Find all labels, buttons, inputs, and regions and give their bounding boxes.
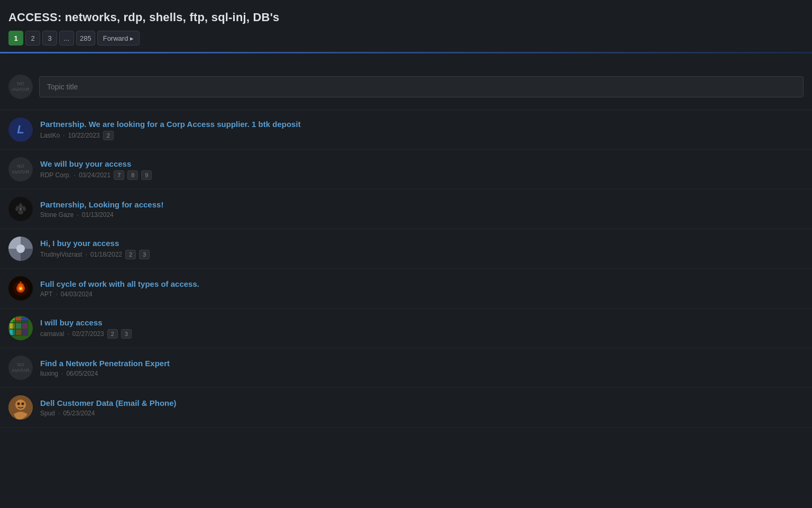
topic-content: I will buy access carnaval · 02/27/2023 … <box>40 318 132 339</box>
topic-separator: · <box>77 211 78 219</box>
svg-point-24 <box>17 403 20 405</box>
topic-title: Find a Network Penetration Expert <box>40 359 170 368</box>
topic-title: We will buy your access <box>40 159 152 168</box>
topic-page-badge[interactable]: 3 <box>121 329 132 339</box>
topic-author: carnaval <box>40 330 64 338</box>
topic-date: 03/24/2021 <box>79 171 110 179</box>
topic-author: Spud <box>40 410 55 417</box>
table-row[interactable]: I will buy access carnaval · 02/27/2023 … <box>0 309 812 348</box>
topic-list: L Partnership. We are looking for a Corp… <box>0 110 812 428</box>
table-row[interactable]: NOAVATAR We will buy your access RDP Cor… <box>0 150 812 189</box>
avatar: NOAVATAR <box>8 356 33 380</box>
topic-title-input[interactable] <box>39 76 804 97</box>
topic-content: Find a Network Penetration Expert liuxin… <box>40 359 170 377</box>
svg-rect-21 <box>13 320 29 336</box>
svg-point-23 <box>15 400 26 410</box>
topic-content: Dell Customer Data (Email & Phone) Spud … <box>40 398 177 417</box>
pagination: 1 2 3 ... 285 Forward ▸ <box>8 31 804 46</box>
page-btn-2[interactable]: 2 <box>25 31 40 46</box>
page-header: ACCESS: networks, rdp, shells, ftp, sql-… <box>0 0 812 52</box>
topic-content: Partnership. We are looking for a Corp A… <box>40 120 301 140</box>
topic-page-badge[interactable]: 2 <box>107 329 118 339</box>
topic-date: 10/22/2023 <box>68 132 100 139</box>
topic-page-badge[interactable]: 2 <box>103 131 114 140</box>
page-btn-285[interactable]: 285 <box>76 31 95 46</box>
topic-title: Partnership, Looking for access! <box>40 200 163 209</box>
topic-separator: · <box>67 330 69 338</box>
page-btn-forward[interactable]: Forward ▸ <box>97 31 140 46</box>
topic-separator: · <box>86 251 87 258</box>
topic-meta: APT · 04/03/2024 <box>40 291 199 298</box>
avatar <box>8 276 33 301</box>
topic-content: Partnership, Looking for access! Stone G… <box>40 200 163 219</box>
topic-content: We will buy your access RDP Corp. · 03/2… <box>40 159 152 180</box>
page-btn-3[interactable]: 3 <box>42 31 57 46</box>
svg-point-1 <box>20 208 22 211</box>
topic-meta: Spud · 05/23/2024 <box>40 410 177 417</box>
avatar <box>8 316 33 340</box>
page-btn-1[interactable]: 1 <box>8 31 23 46</box>
page-title: ACCESS: networks, rdp, shells, ftp, sql-… <box>8 11 804 24</box>
topic-date: 01/13/2024 <box>82 211 114 219</box>
table-row[interactable]: Partnership, Looking for access! Stone G… <box>0 189 812 229</box>
topic-date: 01/18/2022 <box>90 251 122 258</box>
table-row[interactable]: Dell Customer Data (Email & Phone) Spud … <box>0 388 812 428</box>
avatar: L <box>8 117 33 142</box>
topic-separator: · <box>61 370 63 377</box>
topic-date: 02/27/2023 <box>72 330 104 338</box>
svg-point-5 <box>16 244 25 253</box>
topic-content: Hi, I buy your access TrudnyiVozrast · 0… <box>40 239 150 259</box>
topic-title: Partnership. We are looking for a Corp A… <box>40 120 301 129</box>
topic-page-badge[interactable]: 9 <box>141 170 152 180</box>
topic-page-badge[interactable]: 2 <box>125 250 136 259</box>
new-topic-area: NOAVATAR <box>0 64 812 110</box>
topic-page-badge[interactable]: 8 <box>127 170 138 180</box>
topic-title: Full cycle of work with all types of acc… <box>40 279 199 288</box>
topic-date: 04/03/2024 <box>61 291 93 298</box>
topic-author: RDP Corp. <box>40 171 71 179</box>
topic-author: Stone Gaze <box>40 211 73 219</box>
topic-meta: LastKo · 10/22/2023 2 <box>40 131 301 140</box>
topic-meta: carnaval · 02/27/2023 2 3 <box>40 329 132 339</box>
avatar <box>8 395 33 420</box>
topic-title: Hi, I buy your access <box>40 239 150 248</box>
topic-date: 05/23/2024 <box>63 410 95 417</box>
spacer <box>0 53 812 64</box>
topic-page-badge[interactable]: 3 <box>139 250 150 259</box>
topic-author: LastKo <box>40 132 60 139</box>
table-row[interactable]: Full cycle of work with all types of acc… <box>0 269 812 309</box>
topic-meta: liuxing · 06/05/2024 <box>40 370 170 377</box>
topic-separator: · <box>56 291 57 298</box>
topic-author: TrudnyiVozrast <box>40 251 82 258</box>
topic-title: Dell Customer Data (Email & Phone) <box>40 398 177 407</box>
topic-page-badge[interactable]: 7 <box>114 170 124 180</box>
topic-author: liuxing <box>40 370 58 377</box>
topic-date: 06/05/2024 <box>66 370 98 377</box>
topic-separator: · <box>63 132 64 139</box>
topic-content: Full cycle of work with all types of acc… <box>40 279 199 298</box>
topic-meta: RDP Corp. · 03/24/2021 7 8 9 <box>40 170 152 180</box>
current-user-avatar: NOAVATAR <box>8 75 33 99</box>
topic-separator: · <box>74 171 76 179</box>
topic-meta: TrudnyiVozrast · 01/18/2022 2 3 <box>40 250 150 259</box>
table-row[interactable]: NOAVATAR Find a Network Penetration Expe… <box>0 348 812 388</box>
table-row[interactable]: L Partnership. We are looking for a Corp… <box>0 110 812 150</box>
topic-author: APT <box>40 291 52 298</box>
page-btn-ellipsis[interactable]: ... <box>59 31 74 46</box>
avatar <box>8 197 33 221</box>
avatar: NOAVATAR <box>8 157 33 182</box>
topic-title: I will buy access <box>40 318 132 327</box>
table-row[interactable]: Hi, I buy your access TrudnyiVozrast · 0… <box>0 229 812 269</box>
avatar <box>8 237 33 261</box>
topic-separator: · <box>58 410 60 417</box>
topic-meta: Stone Gaze · 01/13/2024 <box>40 211 163 219</box>
svg-point-25 <box>22 403 24 405</box>
